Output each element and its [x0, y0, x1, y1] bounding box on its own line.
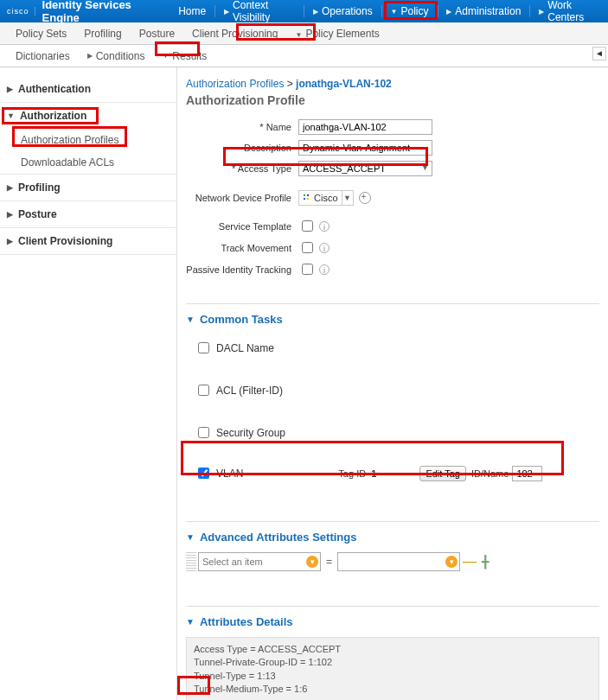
info-icon[interactable]: i	[319, 221, 330, 232]
info-icon[interactable]: i	[319, 264, 330, 275]
idname-input[interactable]	[512, 466, 542, 481]
breadcrumb-sep: >	[287, 78, 293, 90]
common-tasks-header[interactable]: ▼Common Tasks	[186, 313, 599, 326]
idname-label: ID/Name	[471, 468, 509, 479]
combo-dropdown-icon[interactable]: ▾	[306, 556, 318, 568]
sidebar-client-provisioning[interactable]: ▶Client Provisioning	[0, 228, 176, 254]
tagid-label: Tag ID	[338, 468, 366, 479]
brand-name: Identity Services Engine	[42, 0, 163, 24]
advanced-attributes-section: ▼Advanced Attributes Settings ▾ = ▾ — ╋	[186, 521, 599, 571]
security-group-label: Security Group	[216, 427, 285, 439]
sidebar-downloadable-acls[interactable]: Downloadable ACLs	[0, 151, 176, 174]
passive-identity-label: Passive Identity Tracking	[186, 264, 298, 275]
edit-tag-button[interactable]: Edit Tag	[419, 466, 466, 481]
description-label: Description	[186, 143, 298, 153]
attributes-details-section: ▼Attributes Details Access Type = ACCESS…	[186, 606, 599, 700]
brand-cisco: cisco	[7, 7, 35, 16]
dacl-label: DACL Name	[216, 342, 274, 354]
name-input[interactable]	[298, 119, 432, 135]
remove-row-icon[interactable]: —	[463, 554, 477, 570]
nav-operations[interactable]: ▶Operations	[304, 0, 381, 22]
vlan-label: VLAN	[216, 468, 243, 480]
combo-dropdown-icon[interactable]: ▾	[445, 556, 458, 568]
common-tasks-section: ▼Common Tasks DACL Name ACL (Filter-ID) …	[186, 303, 599, 487]
page-title: Authorization Profile	[186, 93, 599, 107]
breadcrumb-parent[interactable]: Authorization Profiles	[186, 78, 284, 90]
ndp-label: Network Device Profile	[186, 193, 298, 203]
attribute-value-combo[interactable]: ▾	[337, 552, 460, 571]
nav-work-centers[interactable]: ▶Work Centers	[530, 0, 608, 22]
breadcrumb: Authorization Profiles > jonathga-VLAN-1…	[186, 78, 599, 90]
subnav-client-provisioning[interactable]: Client Provisioning	[183, 24, 286, 43]
nav-context-visibility[interactable]: ▶Context Visibility	[215, 0, 304, 22]
dacl-checkbox[interactable]	[198, 342, 209, 353]
ndp-dropdown-button[interactable]: ▼	[342, 190, 354, 206]
acl-checkbox[interactable]	[198, 385, 209, 396]
brand: cisco Identity Services Engine	[0, 0, 170, 22]
attribute-key-combo[interactable]: ▾	[198, 552, 321, 571]
track-movement-checkbox[interactable]	[302, 242, 313, 253]
sidebar-profiling[interactable]: ▶Profiling	[0, 175, 176, 200]
attributes-details-header[interactable]: ▼Attributes Details	[186, 615, 599, 628]
crumb-conditions[interactable]: ▶Conditions	[79, 47, 154, 66]
crumb-nav: Dictionaries ▶Conditions ▼Results ◄	[0, 45, 608, 67]
security-group-checkbox[interactable]	[198, 427, 209, 438]
nav-home[interactable]: Home	[170, 0, 214, 22]
attributes-details-body: Access Type = ACCESS_ACCEPT Tunnel-Priva…	[186, 637, 599, 700]
subnav-posture[interactable]: Posture	[131, 24, 183, 43]
subnav-profiling[interactable]: Profiling	[75, 24, 130, 43]
passive-identity-checkbox[interactable]	[302, 264, 313, 275]
add-ndp-icon[interactable]	[359, 192, 371, 204]
sub-nav: Policy Sets Profiling Posture Client Pro…	[0, 22, 608, 45]
name-label: * Name	[186, 122, 298, 132]
top-bar: cisco Identity Services Engine Home ▶Con…	[0, 0, 608, 22]
track-movement-label: Track Movement	[186, 243, 298, 253]
content: Authorization Profiles > jonathga-VLAN-1…	[177, 67, 608, 700]
attribute-key-input[interactable]	[199, 554, 320, 570]
access-type-label: * Access Type	[186, 163, 298, 174]
service-template-checkbox[interactable]	[302, 220, 313, 232]
tagid-value: 1	[371, 468, 376, 479]
acl-label: ACL (Filter-ID)	[216, 385, 283, 397]
ndp-value: Cisco	[314, 193, 338, 203]
nav-policy[interactable]: ▼Policy	[382, 0, 438, 22]
sidebar: ▶Authentication ▼Authorization Authoriza…	[0, 67, 177, 700]
drag-handle-icon[interactable]	[186, 552, 196, 571]
equals-label: =	[326, 556, 332, 568]
add-row-icon[interactable]: ╋	[482, 555, 489, 569]
advanced-attributes-header[interactable]: ▼Advanced Attributes Settings	[186, 531, 599, 544]
subnav-policy-elements[interactable]: ▼Policy Elements	[286, 24, 387, 43]
sidebar-authorization[interactable]: ▼Authorization	[0, 103, 176, 129]
nav-administration[interactable]: ▶Administration	[438, 0, 529, 22]
attribute-value-input[interactable]	[338, 554, 459, 570]
collapse-sidebar-button[interactable]: ◄	[592, 47, 606, 60]
sidebar-authorization-profiles[interactable]: Authorization Profiles	[0, 129, 176, 151]
crumb-dictionaries[interactable]: Dictionaries	[7, 47, 79, 66]
vlan-checkbox[interactable]	[198, 468, 209, 479]
service-template-label: Service Template	[186, 221, 298, 232]
access-type-select[interactable]	[298, 161, 432, 176]
top-nav: Home ▶Context Visibility ▶Operations ▼Po…	[170, 0, 608, 22]
crumb-results[interactable]: ▼Results	[153, 47, 215, 66]
subnav-policy-sets[interactable]: Policy Sets	[7, 24, 75, 43]
ndp-select[interactable]: Cisco	[298, 190, 342, 206]
cisco-logo-icon	[303, 194, 311, 202]
sidebar-posture[interactable]: ▶Posture	[0, 201, 176, 227]
info-icon[interactable]: i	[319, 243, 330, 253]
breadcrumb-current: jonathga-VLAN-102	[296, 78, 392, 90]
description-input[interactable]	[298, 140, 432, 156]
sidebar-authentication[interactable]: ▶Authentication	[0, 76, 176, 102]
